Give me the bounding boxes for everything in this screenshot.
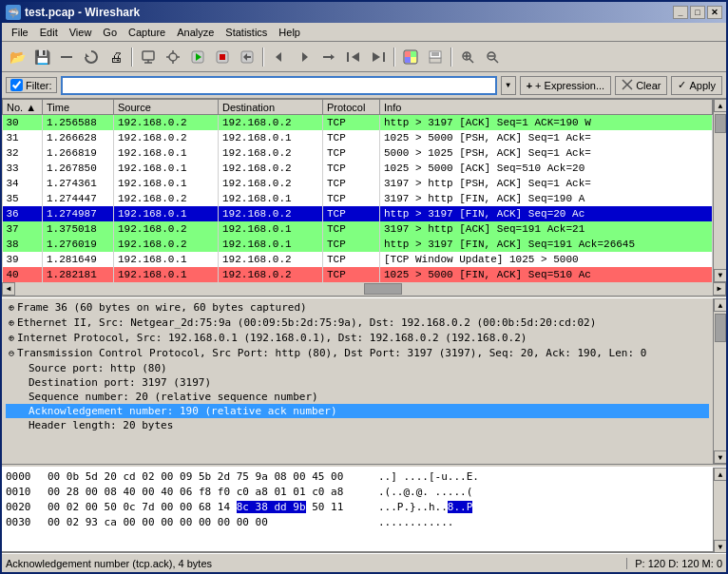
capture-interfaces-button[interactable] <box>137 46 160 68</box>
table-row[interactable]: 371.375018192.168.0.2192.168.0.1TCP3197 … <box>3 221 713 237</box>
hex-scrollbar[interactable]: ▲ ▼ <box>713 468 726 553</box>
col-header-info[interactable]: Info <box>380 100 713 115</box>
filter-input[interactable] <box>61 76 497 95</box>
reload-button[interactable] <box>80 46 103 68</box>
table-row[interactable]: 391.281649192.168.0.1192.168.0.2TCP[TCP … <box>3 252 713 267</box>
scroll-up-arrow[interactable]: ▲ <box>714 99 726 112</box>
first-packet-button[interactable] <box>342 46 365 68</box>
capture-options-button[interactable] <box>162 46 184 68</box>
menu-help[interactable]: Help <box>273 25 306 40</box>
expand-tcp[interactable]: ⊖ <box>6 347 17 360</box>
minimize-button[interactable]: _ <box>673 6 688 19</box>
hex-scroll-down[interactable]: ▼ <box>714 540 726 553</box>
packet-list-scroll[interactable]: No. ▲ Time Source Destination Protocol I… <box>2 99 713 282</box>
status-left: Acknowledgement number (tcp.ack), 4 byte… <box>6 558 626 569</box>
table-row[interactable]: 321.266819192.168.0.1192.168.0.2TCP5000 … <box>3 145 713 161</box>
tcp-field-item[interactable]: Acknowledgement number: 190 (relative ac… <box>6 404 709 418</box>
hscroll-right[interactable]: ▶ <box>713 282 726 296</box>
hex-dump[interactable]: 000000 0b 5d 20 cd 02 00 09 5b 2d 75 9a … <box>2 468 713 553</box>
title-bar: 🦈 test.pcap - Wireshark _ □ ✕ <box>2 2 726 23</box>
detail-ip[interactable]: ⊕ Internet Protocol, Src: 192.168.0.1 (1… <box>6 331 709 346</box>
close-button[interactable]: ✕ <box>707 6 722 19</box>
menu-statistics[interactable]: Statistics <box>220 25 273 40</box>
save-button[interactable]: 💾 <box>30 46 53 68</box>
hex-scroll-track <box>714 481 726 540</box>
hex-row: 002000 02 00 50 0c 7d 00 00 68 14 8c 38 … <box>6 500 709 515</box>
clear-label: Clear <box>636 80 661 91</box>
packet-list-hscroll[interactable]: ◀ ▶ <box>2 282 726 296</box>
scroll-thumb[interactable] <box>715 114 726 133</box>
menu-view[interactable]: View <box>64 25 98 40</box>
detail-tcp[interactable]: ⊖ Transmission Control Protocol, Src Por… <box>6 346 709 361</box>
maximize-button[interactable]: □ <box>690 6 705 19</box>
details-scroll-down[interactable]: ▼ <box>714 450 726 464</box>
close-capture-button[interactable] <box>55 46 78 68</box>
table-row[interactable]: 361.274987192.168.0.1192.168.0.2TCPhttp … <box>3 206 713 221</box>
svg-marker-21 <box>352 52 359 62</box>
open-button[interactable]: 📂 <box>6 46 29 68</box>
start-capture-button[interactable] <box>186 46 209 68</box>
table-row[interactable]: 331.267850192.168.0.1192.168.0.2TCP1025 … <box>3 161 713 176</box>
packet-list-scrollbar[interactable]: ▲ ▼ <box>713 99 726 282</box>
table-row[interactable]: 341.274361192.168.0.1192.168.0.2TCP3197 … <box>3 176 713 191</box>
coloring2-button[interactable] <box>424 46 447 68</box>
col-header-no[interactable]: No. ▲ <box>3 100 43 115</box>
hscroll-thumb[interactable] <box>364 283 402 295</box>
zoom-out-button[interactable] <box>481 46 504 68</box>
forward-button[interactable] <box>293 46 316 68</box>
last-packet-button[interactable] <box>367 46 390 68</box>
menu-analyze[interactable]: Analyze <box>171 25 220 40</box>
stop-capture-button[interactable] <box>211 46 234 68</box>
table-row[interactable]: 311.266628192.168.0.2192.168.0.1TCP1025 … <box>3 130 713 145</box>
details-scrollbar[interactable]: ▲ ▼ <box>713 298 726 464</box>
tcp-field-item[interactable]: Destination port: 3197 (3197) <box>6 375 709 390</box>
details-scroll-thumb[interactable] <box>715 314 726 342</box>
clear-icon <box>622 79 633 92</box>
packet-details-scroll[interactable]: ⊕ Frame 36 (60 bytes on wire, 60 bytes c… <box>2 298 713 464</box>
svg-line-38 <box>494 59 498 63</box>
expand-eth[interactable]: ⊕ <box>6 316 17 330</box>
svg-rect-27 <box>405 57 411 63</box>
window-title: test.pcap - Wireshark <box>25 6 140 19</box>
menu-capture[interactable]: Capture <box>123 25 171 40</box>
scroll-down-arrow[interactable]: ▼ <box>714 269 726 282</box>
clear-button[interactable]: Clear <box>615 76 667 95</box>
tcp-field-item[interactable]: Header length: 20 bytes <box>6 418 709 432</box>
expression-label: + Expression... <box>535 80 604 91</box>
table-row[interactable]: 381.276019192.168.0.2192.168.0.1TCPhttp … <box>3 237 713 252</box>
zoom-in-button[interactable] <box>456 46 479 68</box>
menu-edit[interactable]: Edit <box>34 25 64 40</box>
goto-button[interactable] <box>317 46 340 68</box>
col-header-proto[interactable]: Protocol <box>323 100 380 115</box>
tcp-field-item[interactable]: Sequence number: 20 (relative sequence n… <box>6 390 709 404</box>
col-header-source[interactable]: Source <box>114 100 219 115</box>
col-header-dest[interactable]: Destination <box>219 100 323 115</box>
expand-frame[interactable]: ⊕ <box>6 301 17 315</box>
table-row[interactable]: 401.282181192.168.0.1192.168.0.2TCP1025 … <box>3 267 713 282</box>
details-scroll-up[interactable]: ▲ <box>714 298 726 312</box>
expression-button[interactable]: + + Expression... <box>520 76 612 95</box>
table-row[interactable]: 301.256588192.168.0.2192.168.0.2TCPhttp … <box>3 115 713 130</box>
sep-1 <box>131 48 133 67</box>
menu-bar: File Edit View Go Capture Analyze Statis… <box>2 23 726 42</box>
back-button[interactable] <box>268 46 291 68</box>
restart-capture-button[interactable] <box>236 46 259 68</box>
detail-tree: ⊕ Frame 36 (60 bytes on wire, 60 bytes c… <box>2 298 713 434</box>
detail-frame[interactable]: ⊕ Frame 36 (60 bytes on wire, 60 bytes c… <box>6 300 709 316</box>
col-header-time[interactable]: Time <box>43 100 114 115</box>
menu-go[interactable]: Go <box>97 25 123 40</box>
print-button[interactable]: 🖨 <box>105 46 127 68</box>
hscroll-left[interactable]: ◀ <box>2 282 15 296</box>
table-row[interactable]: 351.274447192.168.0.2192.168.0.1TCP3197 … <box>3 191 713 206</box>
svg-marker-23 <box>373 52 380 62</box>
sep-2 <box>262 48 264 67</box>
filter-checkbox[interactable] <box>10 79 23 91</box>
hex-scroll-up[interactable]: ▲ <box>714 468 726 481</box>
apply-button[interactable]: ✓ Apply <box>671 76 722 95</box>
detail-eth[interactable]: ⊕ Ethernet II, Src: Netgear_2d:75:9a (00… <box>6 316 709 331</box>
expand-ip[interactable]: ⊕ <box>6 332 17 345</box>
tcp-field-item[interactable]: Source port: http (80) <box>6 361 709 375</box>
menu-file[interactable]: File <box>6 25 34 40</box>
filter-dropdown[interactable]: ▼ <box>501 76 516 95</box>
coloring-rules-button[interactable] <box>399 46 422 68</box>
